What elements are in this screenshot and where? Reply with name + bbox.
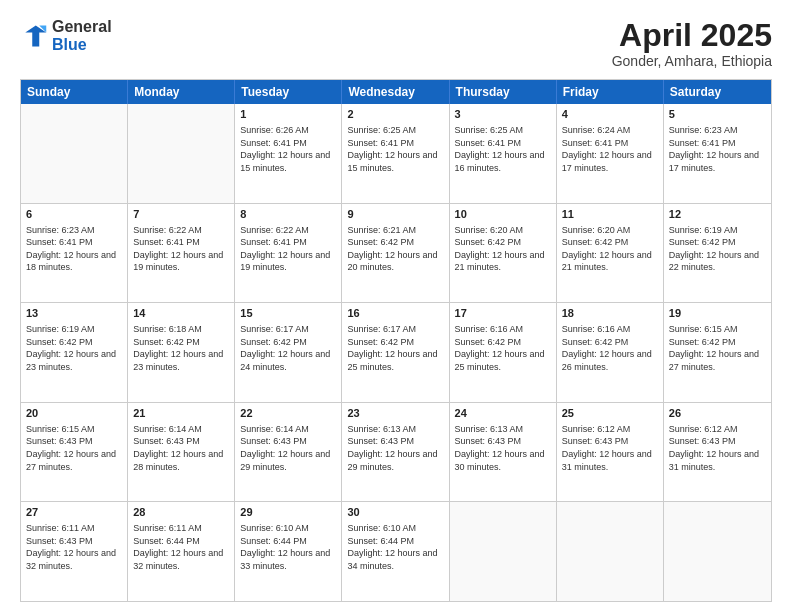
calendar-cell: 12Sunrise: 6:19 AM Sunset: 6:42 PM Dayli… [664,204,771,303]
cell-info: Sunrise: 6:25 AM Sunset: 6:41 PM Dayligh… [347,124,443,174]
cell-info: Sunrise: 6:22 AM Sunset: 6:41 PM Dayligh… [240,224,336,274]
cell-info: Sunrise: 6:11 AM Sunset: 6:43 PM Dayligh… [26,522,122,572]
logo: General Blue [20,18,112,53]
cell-info: Sunrise: 6:14 AM Sunset: 6:43 PM Dayligh… [133,423,229,473]
header-cell-saturday: Saturday [664,80,771,104]
day-number: 7 [133,207,229,222]
calendar-cell: 3Sunrise: 6:25 AM Sunset: 6:41 PM Daylig… [450,104,557,203]
logo-icon [20,22,48,50]
calendar-cell: 19Sunrise: 6:15 AM Sunset: 6:42 PM Dayli… [664,303,771,402]
calendar-cell: 11Sunrise: 6:20 AM Sunset: 6:42 PM Dayli… [557,204,664,303]
day-number: 16 [347,306,443,321]
calendar-cell: 1Sunrise: 6:26 AM Sunset: 6:41 PM Daylig… [235,104,342,203]
header-cell-friday: Friday [557,80,664,104]
day-number: 4 [562,107,658,122]
cell-info: Sunrise: 6:26 AM Sunset: 6:41 PM Dayligh… [240,124,336,174]
cell-info: Sunrise: 6:20 AM Sunset: 6:42 PM Dayligh… [455,224,551,274]
day-number: 20 [26,406,122,421]
calendar-cell: 28Sunrise: 6:11 AM Sunset: 6:44 PM Dayli… [128,502,235,601]
calendar-row-3: 13Sunrise: 6:19 AM Sunset: 6:42 PM Dayli… [21,302,771,402]
cell-info: Sunrise: 6:16 AM Sunset: 6:42 PM Dayligh… [562,323,658,373]
day-number: 23 [347,406,443,421]
logo-blue: Blue [52,36,87,53]
day-number: 18 [562,306,658,321]
day-number: 12 [669,207,766,222]
calendar-cell: 15Sunrise: 6:17 AM Sunset: 6:42 PM Dayli… [235,303,342,402]
day-number: 14 [133,306,229,321]
calendar-cell: 6Sunrise: 6:23 AM Sunset: 6:41 PM Daylig… [21,204,128,303]
page: General Blue April 2025 Gonder, Amhara, … [0,0,792,612]
cell-info: Sunrise: 6:24 AM Sunset: 6:41 PM Dayligh… [562,124,658,174]
calendar-cell [21,104,128,203]
calendar-cell: 14Sunrise: 6:18 AM Sunset: 6:42 PM Dayli… [128,303,235,402]
day-number: 8 [240,207,336,222]
cell-info: Sunrise: 6:20 AM Sunset: 6:42 PM Dayligh… [562,224,658,274]
cell-info: Sunrise: 6:23 AM Sunset: 6:41 PM Dayligh… [669,124,766,174]
calendar-cell: 8Sunrise: 6:22 AM Sunset: 6:41 PM Daylig… [235,204,342,303]
day-number: 29 [240,505,336,520]
calendar-cell: 16Sunrise: 6:17 AM Sunset: 6:42 PM Dayli… [342,303,449,402]
cell-info: Sunrise: 6:14 AM Sunset: 6:43 PM Dayligh… [240,423,336,473]
day-number: 27 [26,505,122,520]
cell-info: Sunrise: 6:15 AM Sunset: 6:42 PM Dayligh… [669,323,766,373]
header-cell-sunday: Sunday [21,80,128,104]
calendar-cell: 4Sunrise: 6:24 AM Sunset: 6:41 PM Daylig… [557,104,664,203]
day-number: 22 [240,406,336,421]
calendar-cell: 10Sunrise: 6:20 AM Sunset: 6:42 PM Dayli… [450,204,557,303]
cell-info: Sunrise: 6:21 AM Sunset: 6:42 PM Dayligh… [347,224,443,274]
cell-info: Sunrise: 6:17 AM Sunset: 6:42 PM Dayligh… [240,323,336,373]
calendar-cell: 25Sunrise: 6:12 AM Sunset: 6:43 PM Dayli… [557,403,664,502]
calendar-cell [557,502,664,601]
cell-info: Sunrise: 6:13 AM Sunset: 6:43 PM Dayligh… [455,423,551,473]
cell-info: Sunrise: 6:17 AM Sunset: 6:42 PM Dayligh… [347,323,443,373]
day-number: 9 [347,207,443,222]
day-number: 25 [562,406,658,421]
cell-info: Sunrise: 6:11 AM Sunset: 6:44 PM Dayligh… [133,522,229,572]
header: General Blue April 2025 Gonder, Amhara, … [20,18,772,69]
day-number: 26 [669,406,766,421]
calendar-cell: 17Sunrise: 6:16 AM Sunset: 6:42 PM Dayli… [450,303,557,402]
day-number: 28 [133,505,229,520]
calendar-cell: 24Sunrise: 6:13 AM Sunset: 6:43 PM Dayli… [450,403,557,502]
cell-info: Sunrise: 6:16 AM Sunset: 6:42 PM Dayligh… [455,323,551,373]
day-number: 2 [347,107,443,122]
calendar-cell: 5Sunrise: 6:23 AM Sunset: 6:41 PM Daylig… [664,104,771,203]
day-number: 17 [455,306,551,321]
cell-info: Sunrise: 6:12 AM Sunset: 6:43 PM Dayligh… [562,423,658,473]
header-cell-monday: Monday [128,80,235,104]
calendar-cell: 23Sunrise: 6:13 AM Sunset: 6:43 PM Dayli… [342,403,449,502]
calendar-cell: 7Sunrise: 6:22 AM Sunset: 6:41 PM Daylig… [128,204,235,303]
day-number: 21 [133,406,229,421]
calendar-cell: 21Sunrise: 6:14 AM Sunset: 6:43 PM Dayli… [128,403,235,502]
calendar-cell: 29Sunrise: 6:10 AM Sunset: 6:44 PM Dayli… [235,502,342,601]
cell-info: Sunrise: 6:19 AM Sunset: 6:42 PM Dayligh… [669,224,766,274]
calendar: SundayMondayTuesdayWednesdayThursdayFrid… [20,79,772,602]
calendar-cell: 18Sunrise: 6:16 AM Sunset: 6:42 PM Dayli… [557,303,664,402]
day-number: 10 [455,207,551,222]
calendar-cell [664,502,771,601]
calendar-cell: 2Sunrise: 6:25 AM Sunset: 6:41 PM Daylig… [342,104,449,203]
cell-info: Sunrise: 6:12 AM Sunset: 6:43 PM Dayligh… [669,423,766,473]
cell-info: Sunrise: 6:22 AM Sunset: 6:41 PM Dayligh… [133,224,229,274]
calendar-row-1: 1Sunrise: 6:26 AM Sunset: 6:41 PM Daylig… [21,104,771,203]
cell-info: Sunrise: 6:10 AM Sunset: 6:44 PM Dayligh… [347,522,443,572]
calendar-cell [450,502,557,601]
day-number: 6 [26,207,122,222]
day-number: 13 [26,306,122,321]
cell-info: Sunrise: 6:19 AM Sunset: 6:42 PM Dayligh… [26,323,122,373]
header-cell-thursday: Thursday [450,80,557,104]
cell-info: Sunrise: 6:25 AM Sunset: 6:41 PM Dayligh… [455,124,551,174]
calendar-cell: 9Sunrise: 6:21 AM Sunset: 6:42 PM Daylig… [342,204,449,303]
calendar-cell: 27Sunrise: 6:11 AM Sunset: 6:43 PM Dayli… [21,502,128,601]
cell-info: Sunrise: 6:18 AM Sunset: 6:42 PM Dayligh… [133,323,229,373]
calendar-row-2: 6Sunrise: 6:23 AM Sunset: 6:41 PM Daylig… [21,203,771,303]
day-number: 3 [455,107,551,122]
calendar-row-4: 20Sunrise: 6:15 AM Sunset: 6:43 PM Dayli… [21,402,771,502]
cell-info: Sunrise: 6:15 AM Sunset: 6:43 PM Dayligh… [26,423,122,473]
day-number: 30 [347,505,443,520]
cell-info: Sunrise: 6:13 AM Sunset: 6:43 PM Dayligh… [347,423,443,473]
day-number: 15 [240,306,336,321]
calendar-row-5: 27Sunrise: 6:11 AM Sunset: 6:43 PM Dayli… [21,501,771,601]
cell-info: Sunrise: 6:10 AM Sunset: 6:44 PM Dayligh… [240,522,336,572]
day-number: 24 [455,406,551,421]
